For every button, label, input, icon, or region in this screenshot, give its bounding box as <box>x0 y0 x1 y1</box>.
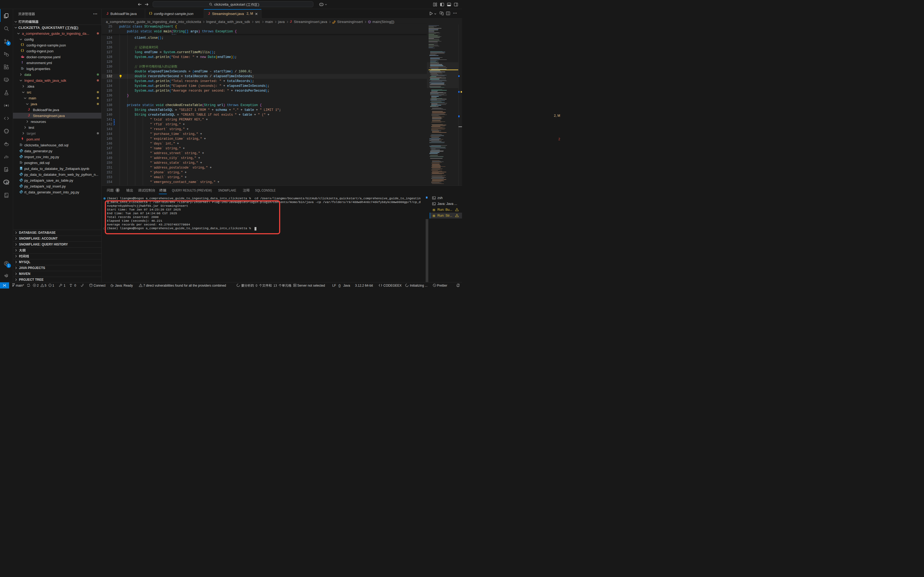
svg-text:R: R <box>6 181 9 185</box>
